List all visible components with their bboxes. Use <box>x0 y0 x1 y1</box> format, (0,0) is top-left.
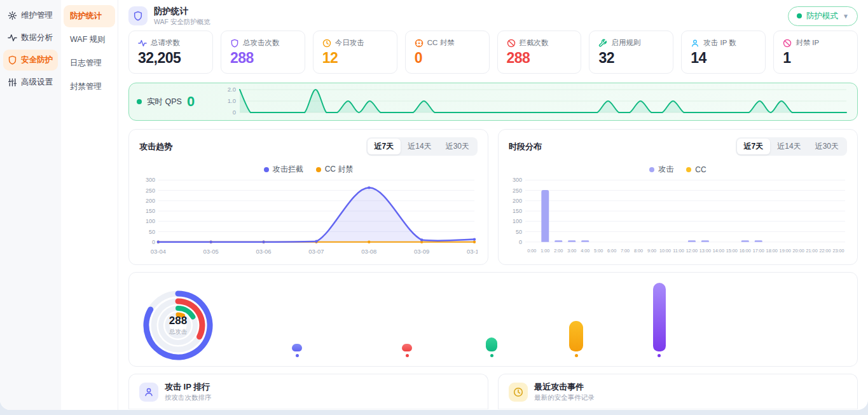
pictorial-bar-2 <box>402 344 412 357</box>
submenu-item-logs[interactable]: 日志管理 <box>64 52 115 74</box>
qps-value: 0 <box>187 93 195 110</box>
x-axis-tick: 4:00 <box>581 248 589 254</box>
page-subtitle: WAF 安全防护概览 <box>154 18 210 27</box>
page-title: 防护统计 <box>154 6 210 17</box>
sidebar-item-label: 安全防护 <box>21 55 53 65</box>
recent-attack-events-card: 最近攻击事件 最新的安全事件记录 <box>498 374 858 409</box>
stat-value: 14 <box>691 50 756 67</box>
stat-label: CC 封禁 <box>427 38 455 48</box>
y-axis-tick: 50 <box>149 229 155 235</box>
x-axis-tick: 03-07 <box>308 248 324 255</box>
stat-card-blocked: 拦截次数 288 <box>497 31 582 74</box>
range-tab-1[interactable]: 近7天 <box>368 139 401 154</box>
activity-icon <box>8 33 17 43</box>
legend-item[interactable]: CC 封禁 <box>316 164 354 175</box>
qps-status-dot <box>137 99 142 104</box>
x-axis-tick: 03-05 <box>203 248 219 255</box>
range-tab-3[interactable]: 近30天 <box>808 139 846 154</box>
x-axis-tick: 03-06 <box>256 248 271 255</box>
shield-icon <box>128 6 148 25</box>
user-icon <box>139 383 158 402</box>
protection-mode-label: 防护模式 <box>806 11 838 22</box>
chart-title: 攻击趋势 <box>139 141 172 153</box>
submenu-item-stats[interactable]: 防护统计 <box>64 5 115 27</box>
stat-label: 拦截次数 <box>520 38 549 48</box>
range-tab-3[interactable]: 近30天 <box>439 139 476 154</box>
y-axis-tick: 300 <box>146 177 155 183</box>
shield-icon <box>230 39 239 48</box>
x-axis-tick: 9:00 <box>647 248 656 254</box>
range-tab-2[interactable]: 近14天 <box>401 139 438 154</box>
x-axis-tick: 15:00 <box>726 248 738 254</box>
sidebar-item-label: 数据分析 <box>21 32 53 43</box>
x-axis-tick: 1:00 <box>541 248 549 254</box>
stat-value: 32 <box>598 50 664 67</box>
x-axis-tick: 03-04 <box>151 248 166 255</box>
y-axis-tick: 250 <box>146 187 155 194</box>
stat-card-attack-ips: 攻击 IP 数 14 <box>681 31 766 74</box>
stat-card-enabled-rules: 启用规则 32 <box>589 31 673 74</box>
sidebar-item-advanced[interactable]: 高级设置 <box>3 72 58 93</box>
y-axis-tick: 150 <box>513 208 522 214</box>
clock-icon <box>322 39 331 48</box>
x-axis-tick: 16:00 <box>740 248 751 254</box>
card-subtitle: 最新的安全事件记录 <box>534 393 595 402</box>
stat-card-today-attacks: 今日攻击 12 <box>313 31 397 74</box>
stat-value: 288 <box>230 50 296 67</box>
range-tab-1[interactable]: 近7天 <box>737 139 771 154</box>
x-axis-tick: 7:00 <box>621 248 630 254</box>
card-title: 最近攻击事件 <box>534 381 595 393</box>
attack-trend-card: 攻击趋势 近7天近14天近30天 攻击拦截CC 封禁 0501001502002… <box>128 129 488 265</box>
pictorial-bar-dot <box>406 354 409 357</box>
legend-label: CC 封禁 <box>325 164 354 175</box>
attack-type-overview-card: 288 总攻击 <box>128 272 858 367</box>
hourly-range-tabs: 近7天近14天近30天 <box>736 137 847 156</box>
submenu-item-waf-rules[interactable]: WAF 规则 <box>64 29 115 51</box>
shield-icon <box>8 55 17 65</box>
pictorial-bar-shape <box>402 344 412 351</box>
y-axis-tick: 300 <box>513 177 522 183</box>
stat-value: 1 <box>783 50 848 67</box>
legend-label: 攻击 <box>658 164 673 175</box>
x-axis-tick: 3:00 <box>567 248 576 254</box>
sidebar-item-label: 维护管理 <box>21 10 53 21</box>
ban-icon <box>507 39 516 48</box>
stats-grid: 总请求数 32,205 总攻击次数 288 今日攻击 12 CC 封禁 0 拦截… <box>128 31 858 74</box>
stat-label: 启用规则 <box>611 38 640 48</box>
x-axis-tick: 23:00 <box>832 248 844 254</box>
card-title: 攻击 IP 排行 <box>165 381 212 393</box>
range-tab-2[interactable]: 近14天 <box>770 139 808 154</box>
x-axis-tick: 13:00 <box>699 248 711 254</box>
hourly-legend: 攻击CC <box>509 164 847 175</box>
legend-item[interactable]: 攻击 <box>649 164 673 175</box>
y-axis-tick: 0 <box>152 239 155 245</box>
x-axis-tick: 14:00 <box>713 248 724 254</box>
status-dot <box>797 13 802 18</box>
legend-dot-icon <box>264 167 269 172</box>
y-axis-tick: 0 <box>519 239 522 245</box>
pictorial-bar-shape <box>486 337 497 351</box>
stat-label: 总请求数 <box>151 38 180 48</box>
y-axis-tick: 150 <box>146 208 155 214</box>
sidebar-item-maintenance[interactable]: 维护管理 <box>3 5 58 26</box>
pictorial-bar-5 <box>653 283 666 357</box>
pictorial-bar-1 <box>292 344 302 357</box>
x-axis-tick: 6:00 <box>607 248 616 254</box>
sidebar-item-security[interactable]: 安全防护 <box>3 50 58 71</box>
pictorial-bar-dot <box>575 354 578 357</box>
page-header-left: 防护统计 WAF 安全防护概览 <box>128 6 210 27</box>
secondary-sidebar: 防护统计 WAF 规则 日志管理 封禁管理 <box>61 0 118 410</box>
x-axis-tick: 20:00 <box>793 248 804 254</box>
protection-mode-dropdown[interactable]: 防护模式 ▼ <box>788 6 858 26</box>
legend-item[interactable]: 攻击拦截 <box>264 164 303 175</box>
axis-tick-label: 2.0 <box>228 86 236 93</box>
qps-label: 实时 QPS <box>147 97 182 107</box>
chevron-down-icon: ▼ <box>843 13 849 20</box>
sidebar-item-analytics[interactable]: 数据分析 <box>3 27 58 48</box>
pictorial-bar-dot <box>490 354 493 357</box>
submenu-item-bans[interactable]: 封禁管理 <box>64 76 115 98</box>
card-subtitle: 按攻击次数排序 <box>165 393 212 402</box>
pictorial-bar-shape <box>569 321 583 351</box>
legend-item[interactable]: CC <box>686 164 706 175</box>
charts-row: 攻击趋势 近7天近14天近30天 攻击拦截CC 封禁 0501001502002… <box>128 129 858 265</box>
